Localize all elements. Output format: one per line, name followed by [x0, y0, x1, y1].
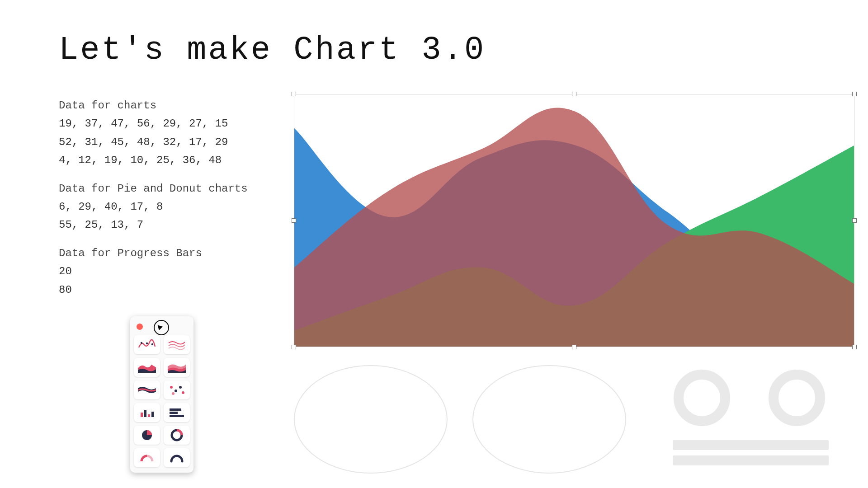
progress-data-heading: Data for Progress Bars — [59, 245, 253, 262]
tool-bar-chart-vertical[interactable] — [134, 403, 160, 422]
donut-placeholder — [674, 370, 730, 426]
progress-data-row: 80 — [59, 282, 253, 299]
svg-point-4 — [175, 389, 177, 392]
svg-rect-13 — [170, 412, 178, 414]
tool-line-chart[interactable] — [134, 335, 160, 354]
svg-point-7 — [172, 392, 175, 395]
page-title: Let's make Chart 3.0 — [59, 32, 486, 69]
bar-horizontal-icon — [168, 406, 186, 419]
selection-handle[interactable] — [572, 345, 576, 349]
multi-line-chart-icon — [168, 338, 186, 351]
svg-point-6 — [182, 391, 184, 394]
pie-chart-icon — [138, 429, 156, 441]
progress-bar-placeholder — [673, 455, 829, 465]
tool-scatter-chart[interactable] — [164, 380, 190, 399]
tool-stream-chart[interactable] — [134, 380, 160, 399]
selection-handle[interactable] — [292, 218, 296, 223]
tool-donut-chart[interactable] — [164, 426, 190, 445]
gauge-icon — [168, 451, 186, 464]
tool-stacked-area-chart[interactable] — [164, 358, 190, 377]
selection-handle[interactable] — [852, 345, 857, 349]
tool-half-donut-chart[interactable] — [134, 448, 160, 467]
tool-gauge-chart[interactable] — [164, 448, 190, 467]
donut-placeholder — [769, 370, 825, 426]
svg-rect-11 — [151, 412, 154, 417]
stacked-area-chart-icon — [168, 361, 186, 374]
chart-tool-palette[interactable] — [130, 316, 193, 473]
data-panel: Data for charts 19, 37, 47, 56, 29, 27, … — [59, 97, 253, 300]
svg-point-2 — [151, 343, 153, 345]
svg-rect-9 — [144, 410, 146, 417]
tool-bar-chart-horizontal[interactable] — [164, 403, 190, 422]
svg-point-5 — [179, 386, 182, 389]
charts-data-row: 52, 31, 45, 48, 32, 17, 29 — [59, 134, 253, 151]
charts-data-row: 4, 12, 19, 10, 25, 36, 48 — [59, 152, 253, 169]
area-chart-icon — [138, 361, 156, 374]
svg-point-0 — [141, 342, 142, 344]
progress-bar-placeholder — [673, 440, 829, 450]
half-donut-icon — [138, 451, 156, 464]
selection-handle[interactable] — [292, 345, 296, 349]
tool-pie-chart[interactable] — [134, 426, 160, 445]
svg-rect-8 — [141, 413, 143, 417]
svg-point-3 — [170, 386, 173, 389]
svg-rect-10 — [148, 414, 150, 417]
pie-data-row: 6, 29, 40, 17, 8 — [59, 198, 253, 216]
charts-data-heading: Data for charts — [59, 97, 253, 114]
donut-chart-icon — [168, 429, 186, 441]
pie-data-heading: Data for Pie and Donut charts — [59, 180, 253, 197]
pie-placeholder — [294, 365, 448, 474]
pie-placeholder — [472, 365, 626, 474]
close-icon[interactable] — [137, 324, 143, 330]
svg-rect-12 — [170, 408, 181, 411]
stream-chart-icon — [138, 384, 156, 396]
selection-handle[interactable] — [572, 92, 576, 96]
line-chart-icon — [138, 338, 156, 351]
selection-handle[interactable] — [852, 92, 857, 96]
svg-rect-14 — [170, 415, 184, 417]
charts-data-row: 19, 37, 47, 56, 29, 27, 15 — [59, 115, 253, 132]
progress-data-row: 20 — [59, 263, 253, 280]
tool-multi-line-chart[interactable] — [164, 335, 190, 354]
svg-point-1 — [146, 343, 148, 344]
palette-header — [134, 321, 190, 333]
selection-handle[interactable] — [292, 92, 296, 96]
area-chart-canvas[interactable] — [294, 94, 854, 347]
scatter-chart-icon — [168, 384, 186, 396]
selection-handle[interactable] — [852, 218, 857, 223]
pie-data-row: 55, 25, 13, 7 — [59, 216, 253, 234]
tool-area-chart[interactable] — [134, 358, 160, 377]
area-chart-svg — [294, 94, 854, 347]
bar-vertical-icon — [138, 406, 156, 419]
